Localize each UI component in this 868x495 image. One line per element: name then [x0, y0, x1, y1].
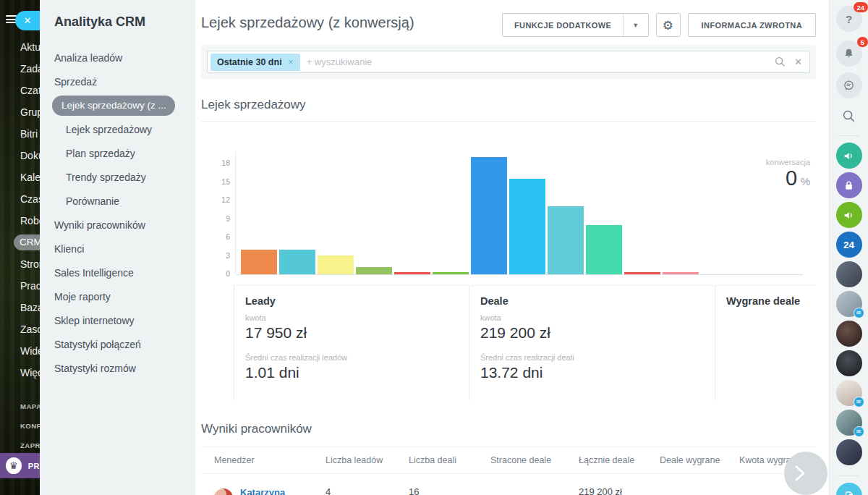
nav-item-bitri[interactable]: Bitri	[0, 123, 40, 145]
funnel-bar-deale-4[interactable]	[586, 225, 622, 274]
search-placeholder: + wyszukiwanie	[307, 56, 775, 67]
y-axis-tick: 0	[211, 269, 230, 278]
stats-deals-time: 13.72 dni	[480, 364, 715, 381]
stats-won-title: Wygrane deale	[726, 295, 816, 307]
notifications-button[interactable]: 5	[836, 41, 862, 67]
sidebar-item-trendy-sprzeda-y[interactable]: Trendy sprzedaży	[40, 165, 195, 189]
search-input[interactable]: Ostatnie 30 dni × + wyszukiwanie ✕	[207, 51, 810, 73]
marketing-button[interactable]	[836, 143, 862, 169]
nav-item-wide[interactable]: Wide	[0, 340, 40, 362]
funnel-chart: konwersacja 0 % 0369121518	[201, 152, 816, 275]
nav-item-kale[interactable]: Kale	[0, 166, 40, 188]
feedback-button[interactable]: INFORMACJA ZWROTNA	[688, 13, 816, 37]
avatar[interactable]	[836, 261, 862, 287]
nav-item-zada[interactable]: Zada	[0, 58, 40, 80]
search-button[interactable]	[836, 103, 862, 129]
nav-item-zaso[interactable]: Zaso	[0, 318, 40, 340]
gear-icon: ⚙	[663, 18, 674, 33]
nav-item-aktu[interactable]: Aktu	[0, 36, 40, 58]
notifications-badge: 5	[857, 37, 867, 47]
nav-footer-konfi[interactable]: KONFI	[0, 416, 40, 436]
sidebar-item-label: Sklep internetowy	[54, 315, 135, 326]
filter-tag-last-30-days[interactable]: Ostatnie 30 dni ×	[210, 54, 300, 71]
premium-banner[interactable]: ♛ PR	[0, 453, 40, 478]
mobile-app-button[interactable]	[836, 483, 862, 495]
nav-item-grup[interactable]: Grup	[0, 101, 40, 123]
funnel-bar-deale-6[interactable]	[663, 272, 699, 274]
megaphone-icon	[842, 208, 856, 222]
avatar[interactable]: ✉	[836, 410, 862, 436]
help-button[interactable]: ? 24	[836, 6, 862, 32]
avatar[interactable]	[836, 439, 862, 465]
nav-item-stron[interactable]: Stron	[0, 253, 40, 275]
sidebar-item-lejek-sprzeda-owy-z[interactable]: Lejek sprzedażowy (z ...	[40, 93, 195, 117]
sidebar-item-klienci[interactable]: Klienci	[40, 237, 195, 261]
sidebar-item-moje-raporty[interactable]: Moje raporty	[40, 284, 195, 308]
avatar[interactable]	[836, 350, 862, 376]
nav-item-doku[interactable]: Doku	[0, 145, 40, 166]
scroll-right-button[interactable]	[784, 452, 827, 495]
funnel-bar-leady-3[interactable]	[318, 255, 354, 274]
bitrix24-button[interactable]: 24	[836, 232, 862, 258]
sidebar-item-statystyki-po-cze[interactable]: Statystyki połączeń	[40, 332, 195, 356]
clear-search-icon[interactable]: ✕	[794, 56, 802, 67]
sidebar-item-por-wnanie[interactable]: Porównanie	[40, 189, 195, 213]
nav-item-czat[interactable]: Czat	[0, 80, 40, 101]
messenger-button[interactable]	[836, 72, 862, 98]
sidebar-item-label: Trendy sprzedaży	[66, 172, 146, 183]
sidebar-item-sales-intelligence[interactable]: Sales Intelligence	[40, 261, 195, 284]
nav-footer-mapa[interactable]: MAPA	[0, 397, 40, 416]
stats-deals-amount-label: kwota	[480, 313, 715, 322]
funnel-bar-deale-5[interactable]	[624, 272, 660, 274]
nav-item-robo[interactable]: Robo	[0, 210, 40, 232]
lock-icon	[842, 179, 856, 192]
close-icon: ✕	[24, 15, 32, 26]
funnel-bar-deale-3[interactable]	[548, 206, 584, 274]
nav-item-prac[interactable]: Prac	[0, 275, 40, 297]
premium-label: PR	[28, 462, 40, 470]
funnel-bar-leady-1[interactable]	[241, 250, 277, 274]
funnel-bar-leady-6[interactable]	[433, 272, 469, 274]
nav-item-wi-c[interactable]: Więc	[0, 362, 40, 384]
chevron-down-icon[interactable]: ▼	[623, 14, 647, 36]
funnel-bar-leady-2[interactable]	[279, 250, 315, 274]
settings-button[interactable]: ⚙	[656, 13, 681, 37]
col-lead-count[interactable]: Liczba leadów	[324, 447, 407, 474]
close-menu-button[interactable]: ✕	[15, 11, 40, 30]
sidebar-item-analiza-lead-w[interactable]: Analiza leadów	[40, 46, 195, 69]
sidebar-item-lejek-sprzeda-owy[interactable]: Lejek sprzedażowy	[40, 117, 195, 141]
manager-name-link[interactable]: Katarzyna Kowalska	[240, 487, 324, 495]
sidebar-item-plan-sprzeda-y[interactable]: Plan sprzedaży	[40, 141, 195, 165]
col-won-deals[interactable]: Deale wygrane	[658, 447, 738, 474]
col-manager[interactable]: Menedżer	[201, 447, 324, 474]
nav-item-label: CRM	[14, 234, 40, 250]
sidebar-item-label: Lejek sprzedażowy	[66, 124, 152, 135]
sidebar-item-statystyki-rozm-w[interactable]: Statystyki rozmów	[40, 356, 195, 380]
campaign-button[interactable]	[836, 202, 862, 228]
sidebar-item-wyniki-pracownik-w[interactable]: Wyniki pracowników	[40, 213, 195, 237]
sidebar-item-sprzeda[interactable]: Sprzedaż	[40, 69, 195, 93]
extra-features-button[interactable]: FUNKCJE DODATKOWE ▼	[502, 13, 649, 37]
funnel-bar-deale-1[interactable]	[471, 157, 507, 274]
col-total-deals[interactable]: Łącznie deale	[577, 447, 658, 474]
nav-item-label: Aktu	[20, 41, 40, 53]
search-icon[interactable]	[775, 56, 786, 67]
col-lost-deals[interactable]: Stracone deale	[489, 447, 577, 474]
col-deal-count[interactable]: Liczba deali	[407, 447, 489, 474]
sidebar-item-sklep-internetowy[interactable]: Sklep internetowy	[40, 308, 195, 332]
avatar[interactable]	[836, 321, 862, 347]
security-button[interactable]	[836, 172, 862, 198]
funnel-bar-leady-5[interactable]	[394, 272, 430, 274]
funnel-bar-leady-4[interactable]	[356, 267, 392, 274]
y-axis-tick: 12	[211, 195, 230, 204]
funnel-bar-deale-2[interactable]	[509, 179, 545, 274]
avatar[interactable]: ✉	[836, 380, 862, 406]
nav-footer-zapro[interactable]: ZAPRO	[0, 436, 40, 455]
remove-tag-icon[interactable]: ×	[289, 57, 294, 67]
avatar[interactable]: ✉	[836, 291, 862, 317]
nav-item-baza[interactable]: Baza	[0, 297, 40, 318]
sidebar-item-label: Statystyki połączeń	[54, 339, 141, 350]
nav-item-czas[interactable]: Czas	[0, 188, 40, 210]
sidebar-item-label: Sales Intelligence	[54, 267, 134, 279]
nav-item-crm[interactable]: CRM	[0, 232, 40, 253]
